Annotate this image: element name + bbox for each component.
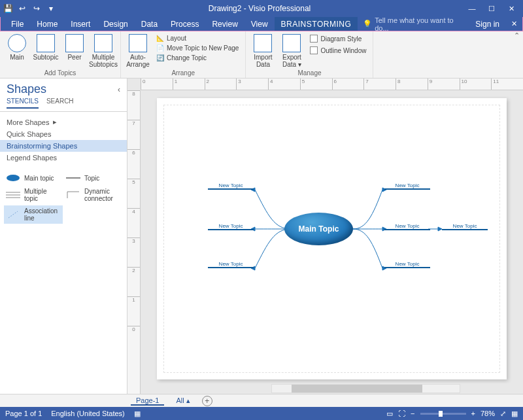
peer-button[interactable]: Peer	[61, 33, 88, 61]
brainstorming-shapes-stencil[interactable]: Brainstorming Shapes	[0, 140, 127, 152]
vertical-scrollbar[interactable]	[513, 90, 523, 383]
page-tab-1[interactable]: Page-1	[131, 396, 164, 406]
outline-window-check[interactable]: Outline Window	[307, 46, 369, 55]
svg-point-0	[7, 175, 20, 181]
topic-label: New Topic	[453, 223, 477, 229]
tab-process[interactable]: Process	[164, 17, 205, 31]
tab-home[interactable]: Home	[30, 17, 64, 31]
diagram-style-check[interactable]: Diagram Style	[307, 34, 369, 43]
zoom-in-button[interactable]: +	[471, 410, 475, 417]
minimize-button[interactable]: —	[463, 2, 481, 15]
shape-dynamic-connector[interactable]: Dynamic connector	[64, 186, 123, 204]
topic-shape[interactable]	[208, 188, 254, 190]
fit-page-icon[interactable]: ⛶	[398, 410, 405, 417]
redo-icon[interactable]: ↪	[31, 3, 42, 14]
chevron-up-icon: ▴	[186, 396, 190, 404]
main-topic-shape[interactable]: Main Topic	[284, 213, 353, 245]
subtopic-button[interactable]: Subtopic	[33, 33, 59, 61]
topic-shape[interactable]	[442, 229, 488, 230]
lightbulb-icon: 💡	[363, 20, 372, 28]
move-topic-button[interactable]: 📄 Move Topic to New Page	[154, 44, 241, 52]
undo-icon[interactable]: ↩	[17, 3, 27, 14]
topic-label: New Topic	[396, 183, 420, 188]
fit-window-icon[interactable]: ⤢	[500, 410, 506, 418]
vertical-ruler: 876543210	[127, 90, 141, 394]
tab-insert[interactable]: Insert	[64, 17, 97, 31]
status-bar: Page 1 of 1 English (United States) ▦ ▭ …	[0, 407, 523, 420]
tab-brainstorming[interactable]: BRAINSTORMING	[275, 17, 358, 31]
tell-me-box[interactable]: 💡 Tell me what you want to do...	[358, 17, 469, 31]
quick-shapes-stencil[interactable]: Quick Shapes	[0, 128, 127, 140]
multiple-subtopics-button[interactable]: Multiple Subtopics	[90, 33, 116, 68]
main-topic-button[interactable]: Main	[4, 33, 30, 61]
horizontal-ruler: 01234567891011	[141, 79, 523, 90]
close-document-button[interactable]: ✕	[506, 17, 522, 31]
main-area: Shapes ‹ STENCILS SEARCH More Shapes▸ Qu…	[0, 79, 523, 394]
change-topic-button[interactable]: 🔄 Change Topic	[154, 54, 241, 62]
shape-main-topic[interactable]: Main topic	[4, 171, 63, 184]
shape-association-line[interactable]: Association line	[4, 205, 63, 224]
shape-topic[interactable]: Topic	[64, 171, 123, 184]
close-window-button[interactable]: ✕	[502, 2, 520, 15]
signin-link[interactable]: Sign in	[469, 17, 506, 31]
topic-label: New Topic	[219, 261, 243, 267]
legend-shapes-stencil[interactable]: Legend Shapes	[0, 152, 127, 164]
topic-shape[interactable]	[384, 229, 430, 230]
tab-design[interactable]: Design	[97, 17, 134, 31]
topic-label: New Topic	[396, 261, 420, 267]
window-title: Drawing2 - Visio Professional	[56, 4, 463, 13]
horizontal-scrollbar[interactable]	[141, 383, 513, 394]
shape-multiple-topic[interactable]: Multiple topic	[4, 186, 63, 204]
tab-file[interactable]: File	[5, 17, 30, 31]
collapse-shapes-icon[interactable]: ‹	[118, 85, 120, 94]
ribbon-group-arrange: Auto- Arrange 📐 Layout 📄 Move Topic to N…	[121, 31, 246, 78]
zoom-level[interactable]: 78%	[481, 410, 495, 417]
tab-data[interactable]: Data	[135, 17, 164, 31]
save-icon[interactable]: 💾	[3, 3, 13, 14]
tab-view[interactable]: View	[245, 17, 275, 31]
layout-button[interactable]: 📐 Layout	[154, 34, 241, 43]
search-tab[interactable]: SEARCH	[46, 97, 74, 109]
topic-shape[interactable]	[384, 267, 430, 268]
collapse-ribbon-icon[interactable]: ⌃	[510, 31, 523, 78]
topic-shape[interactable]	[208, 229, 254, 230]
zoom-slider[interactable]	[420, 413, 466, 415]
shapes-pane-title: Shapes	[7, 82, 46, 96]
topic-shape[interactable]	[384, 188, 430, 190]
chevron-right-icon: ▸	[53, 118, 57, 126]
stencils-tab[interactable]: STENCILS	[7, 97, 39, 109]
qat-dropdown-icon[interactable]: ▾	[46, 3, 56, 14]
maximize-button[interactable]: ☐	[482, 2, 501, 15]
macro-recorder-icon[interactable]: ▦	[134, 410, 141, 418]
auto-arrange-button[interactable]: Auto- Arrange	[125, 33, 151, 68]
topic-label: New Topic	[396, 223, 420, 229]
svg-line-5	[8, 211, 18, 218]
zoom-out-button[interactable]: −	[411, 410, 414, 417]
export-data-button[interactable]: Export Data ▾	[278, 33, 305, 68]
more-shapes-item[interactable]: More Shapes▸	[0, 116, 127, 128]
presentation-mode-icon[interactable]: ▭	[386, 410, 393, 418]
shapes-pane: Shapes ‹ STENCILS SEARCH More Shapes▸ Qu…	[0, 79, 127, 394]
import-data-button[interactable]: Import Data	[250, 33, 276, 68]
topic-shape[interactable]	[208, 267, 254, 268]
quick-access-toolbar: 💾 ↩ ↪ ▾	[3, 3, 56, 14]
title-bar: 💾 ↩ ↪ ▾ Drawing2 - Visio Professional — …	[0, 0, 523, 17]
switch-windows-icon[interactable]: ▦	[511, 410, 518, 418]
topic-label: New Topic	[219, 223, 243, 229]
ribbon-group-manage: Import Data Export Data ▾ Diagram Style …	[246, 31, 373, 78]
page-tab-all[interactable]: All ▴	[171, 396, 195, 405]
drawing-page[interactable]: Main Topic New Topic New Topic New Topic…	[157, 98, 507, 379]
topic-label: New Topic	[219, 183, 243, 188]
new-page-button[interactable]: +	[202, 396, 212, 406]
page-tabs: Page-1 All ▴ +	[0, 394, 523, 407]
drawing-canvas-area: 01234567891011 876543210	[127, 79, 523, 394]
ribbon-tabs: File Home Insert Design Data Process Rev…	[0, 17, 523, 31]
tab-review[interactable]: Review	[205, 17, 244, 31]
page-indicator: Page 1 of 1	[5, 410, 42, 417]
ribbon: Main Subtopic Peer Multiple Subtopics Ad…	[0, 31, 523, 79]
language-indicator[interactable]: English (United States)	[51, 410, 125, 417]
ribbon-group-add-topics: Main Subtopic Peer Multiple Subtopics Ad…	[0, 31, 121, 78]
